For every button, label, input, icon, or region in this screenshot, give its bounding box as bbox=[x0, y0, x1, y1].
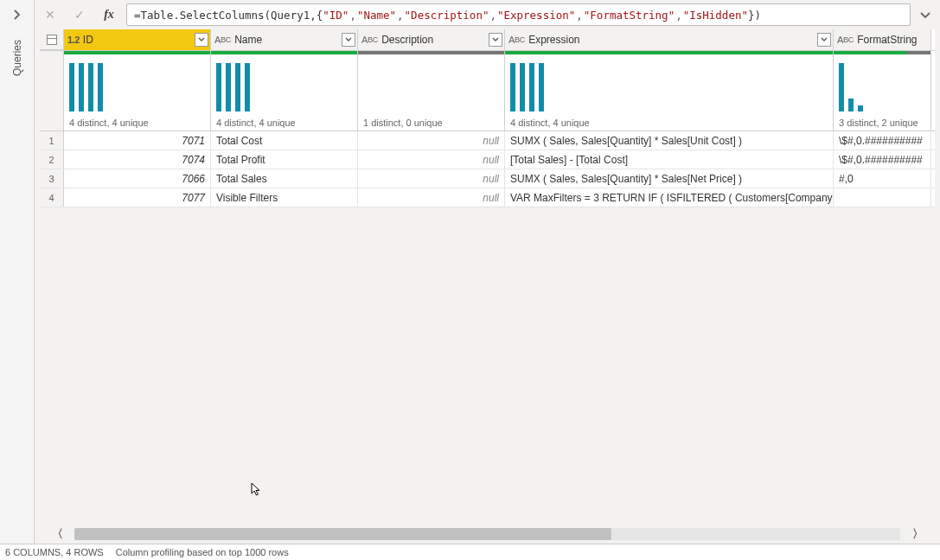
formula-text: able.SelectColumns(Query1,{ bbox=[147, 9, 323, 22]
cell-expression[interactable]: [Total Sales] - [Total Cost] bbox=[505, 150, 834, 169]
formula-text: "Name" bbox=[357, 9, 396, 22]
distribution-text: 4 distinct, 4 unique bbox=[510, 118, 590, 128]
column-header-formatstring[interactable]: ABC FormatString bbox=[834, 29, 931, 50]
profile-formatstring: 3 distinct, 2 unique bbox=[834, 51, 931, 130]
formula-text: = bbox=[134, 9, 141, 22]
cell-name[interactable]: Visible Filters bbox=[211, 188, 358, 207]
scroll-thumb[interactable] bbox=[74, 528, 611, 540]
distribution-chart bbox=[69, 60, 210, 111]
table-icon bbox=[47, 35, 57, 45]
column-profile-row: 4 distinct, 4 unique 4 distinct, 4 uniqu… bbox=[40, 51, 935, 131]
column-filter-button[interactable] bbox=[195, 33, 208, 47]
cell-description[interactable]: null bbox=[358, 131, 505, 150]
cell-formatstring[interactable]: \$#,0.########## bbox=[834, 150, 931, 169]
cell-name[interactable]: Total Sales bbox=[211, 169, 358, 188]
cell-description[interactable]: null bbox=[358, 150, 505, 169]
formula-input[interactable]: = T able.SelectColumns(Query1,{ "ID", "N… bbox=[126, 3, 911, 26]
fx-icon: fx bbox=[97, 3, 121, 26]
text-type-icon: ABC bbox=[837, 35, 854, 45]
column-name: ID bbox=[83, 34, 191, 46]
expand-queries-button[interactable] bbox=[0, 0, 34, 29]
formula-text: , bbox=[396, 9, 405, 22]
text-type-icon: ABC bbox=[214, 35, 231, 45]
cell-expression[interactable]: SUMX ( Sales, Sales[Quantity] * Sales[Ne… bbox=[505, 169, 834, 188]
formula-text: "ID" bbox=[323, 9, 349, 22]
text-type-icon: ABC bbox=[361, 35, 378, 45]
chevron-right-icon bbox=[13, 10, 21, 20]
distribution-chart bbox=[363, 60, 504, 111]
column-filter-button[interactable] bbox=[817, 33, 831, 47]
column-header-description[interactable]: ABC Description bbox=[358, 29, 505, 50]
formula-text: "Expression" bbox=[497, 9, 575, 22]
scroll-track[interactable] bbox=[74, 528, 900, 540]
cell-name[interactable]: Total Profit bbox=[211, 150, 358, 169]
formula-bar: ✕ ✓ fx = T able.SelectColumns(Query1,{ "… bbox=[35, 0, 940, 29]
row-number: 3 bbox=[40, 169, 64, 188]
profile-id: 4 distinct, 4 unique bbox=[64, 51, 211, 130]
formula-text: , bbox=[349, 9, 357, 22]
distribution-chart bbox=[839, 60, 930, 111]
chevron-down-icon bbox=[920, 11, 930, 19]
column-name: Name bbox=[234, 34, 338, 46]
table-row[interactable]: 4 7077 Visible Filters null VAR MaxFilte… bbox=[40, 188, 935, 207]
cell-expression[interactable]: VAR MaxFilters = 3 RETURN IF ( ISFILTERE… bbox=[505, 188, 834, 207]
status-bar: 6 COLUMNS, 4 ROWS Column profiling based… bbox=[0, 544, 940, 560]
text-type-icon: ABC bbox=[508, 35, 525, 45]
row-number: 4 bbox=[40, 188, 64, 207]
status-columns-rows: 6 COLUMNS, 4 ROWS bbox=[5, 547, 104, 557]
number-type-icon: 1.2 bbox=[67, 35, 80, 45]
row-number: 1 bbox=[40, 131, 64, 150]
scroll-left-button[interactable]: 〈 bbox=[40, 526, 74, 542]
column-header-row: 1.2 ID ABC Name ABC Description bbox=[40, 29, 935, 51]
formula-text: }) bbox=[748, 9, 761, 22]
cell-expression[interactable]: SUMX ( Sales, Sales[Quantity] * Sales[Un… bbox=[505, 131, 834, 150]
distribution-text: 1 distinct, 0 unique bbox=[363, 118, 443, 128]
cell-id[interactable]: 7077 bbox=[64, 188, 211, 207]
formula-text: , bbox=[575, 9, 584, 22]
profile-expression: 4 distinct, 4 unique bbox=[505, 51, 834, 130]
column-header-id[interactable]: 1.2 ID bbox=[64, 29, 211, 50]
column-header-name[interactable]: ABC Name bbox=[211, 29, 358, 50]
data-grid: 1.2 ID ABC Name ABC Description bbox=[40, 29, 935, 207]
formula-text: T bbox=[141, 9, 148, 22]
cancel-formula-button[interactable]: ✕ bbox=[38, 3, 62, 26]
distribution-chart bbox=[510, 60, 833, 111]
queries-sidebar: Queries bbox=[0, 0, 35, 544]
column-name: Description bbox=[381, 34, 485, 46]
cell-description[interactable]: null bbox=[358, 188, 505, 207]
profile-name: 4 distinct, 4 unique bbox=[211, 51, 358, 130]
formula-text: , bbox=[489, 9, 497, 22]
cell-id[interactable]: 7074 bbox=[64, 150, 211, 169]
formula-text: , bbox=[675, 9, 683, 22]
distribution-chart bbox=[216, 60, 357, 111]
commit-formula-button[interactable]: ✓ bbox=[67, 3, 92, 26]
row-gutter bbox=[40, 51, 64, 130]
column-name: FormatString bbox=[857, 34, 929, 46]
formula-text: "FormatString" bbox=[584, 9, 675, 22]
profile-description: 1 distinct, 0 unique bbox=[358, 51, 505, 130]
cell-id[interactable]: 7071 bbox=[64, 131, 211, 150]
distribution-text: 3 distinct, 2 unique bbox=[839, 118, 918, 128]
column-name: Expression bbox=[528, 34, 814, 46]
formula-text: "IsHidden" bbox=[683, 9, 748, 22]
table-row[interactable]: 2 7074 Total Profit null [Total Sales] -… bbox=[40, 150, 935, 169]
column-filter-button[interactable] bbox=[342, 33, 355, 47]
table-row[interactable]: 3 7066 Total Sales null SUMX ( Sales, Sa… bbox=[40, 169, 935, 188]
select-all-button[interactable] bbox=[40, 29, 64, 50]
status-profiling: Column profiling based on top 1000 rows bbox=[116, 547, 289, 557]
cell-name[interactable]: Total Cost bbox=[211, 131, 358, 150]
queries-label: Queries bbox=[11, 40, 23, 76]
column-filter-button[interactable] bbox=[489, 33, 502, 47]
cell-id[interactable]: 7066 bbox=[64, 169, 211, 188]
cell-formatstring[interactable]: \$#,0.########## bbox=[834, 131, 931, 150]
table-row[interactable]: 1 7071 Total Cost null SUMX ( Sales, Sal… bbox=[40, 131, 935, 150]
cell-formatstring[interactable]: #,0 bbox=[834, 169, 931, 188]
distribution-text: 4 distinct, 4 unique bbox=[216, 118, 296, 128]
scroll-right-button[interactable]: 〉 bbox=[900, 526, 935, 542]
expand-formula-button[interactable] bbox=[916, 3, 935, 26]
cell-formatstring[interactable] bbox=[834, 188, 931, 207]
column-header-expression[interactable]: ABC Expression bbox=[505, 29, 834, 50]
horizontal-scrollbar[interactable]: 〈 〉 bbox=[40, 525, 935, 544]
row-number: 2 bbox=[40, 150, 64, 169]
cell-description[interactable]: null bbox=[358, 169, 505, 188]
